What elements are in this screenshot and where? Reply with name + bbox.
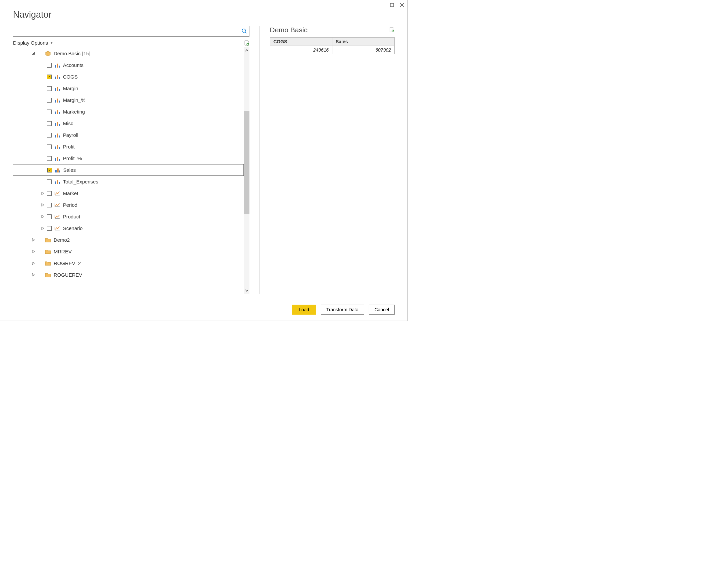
caret-right-icon[interactable] xyxy=(41,192,44,195)
folder-icon xyxy=(45,260,51,266)
checkbox[interactable] xyxy=(47,110,52,114)
checkbox[interactable] xyxy=(47,156,52,161)
caret-right-icon[interactable] xyxy=(32,273,35,276)
load-button[interactable]: Load xyxy=(292,305,316,315)
checkbox[interactable]: ✓ xyxy=(47,74,52,79)
tree-node-margin[interactable]: Margin xyxy=(13,83,244,94)
caret-right-icon[interactable] xyxy=(32,262,35,265)
measure-icon xyxy=(54,74,60,80)
scroll-thumb[interactable] xyxy=(244,111,250,214)
checkbox[interactable] xyxy=(47,86,52,91)
tree-view[interactable]: Demo.Basic [15]Accounts✓COGSMarginMargin… xyxy=(13,47,244,294)
search-icon[interactable] xyxy=(241,28,247,35)
checkbox[interactable] xyxy=(47,179,52,184)
caret-down-icon[interactable] xyxy=(32,52,35,55)
tree-node-profit-[interactable]: Profit_% xyxy=(13,153,244,164)
tree-node-margin-[interactable]: Margin_% xyxy=(13,94,244,106)
svg-rect-15 xyxy=(57,99,58,103)
checkbox[interactable] xyxy=(47,214,52,219)
tree-node-label: Demo.Basic [15] xyxy=(54,51,243,56)
tree-node-cogs[interactable]: ✓COGS xyxy=(13,71,244,83)
svg-rect-6 xyxy=(57,64,58,67)
tree-node-roguerev[interactable]: ROGUEREV xyxy=(13,269,244,281)
tree-node-marketing[interactable]: Marketing xyxy=(13,106,244,117)
tree-node-accounts[interactable]: Accounts xyxy=(13,59,244,71)
svg-rect-19 xyxy=(59,112,60,114)
checkbox[interactable] xyxy=(47,63,52,67)
table-cell: 607902 xyxy=(332,46,395,54)
tree-node-rogrev-2[interactable]: ROGREV_2 xyxy=(13,257,244,269)
folder-icon xyxy=(45,272,51,278)
svg-rect-10 xyxy=(59,77,60,79)
tree-node-period[interactable]: Period xyxy=(13,199,244,211)
left-pane: Display Options ▼ Demo.Basic [15]Account… xyxy=(13,26,250,294)
preview-refresh-icon[interactable] xyxy=(389,27,395,33)
close-button[interactable] xyxy=(399,2,405,8)
column-header[interactable]: COGS xyxy=(270,38,332,46)
tree-node-demo-basic[interactable]: Demo.Basic [15] xyxy=(13,48,244,59)
dim-icon xyxy=(54,202,60,208)
svg-rect-29 xyxy=(55,158,56,161)
tree-node-label: Profit_% xyxy=(63,155,243,161)
tree-node-label: ROGUEREV xyxy=(54,272,243,278)
measure-icon xyxy=(54,179,60,185)
tree-node-label: Margin xyxy=(63,86,243,91)
svg-rect-8 xyxy=(55,76,56,79)
tree-node-total-expenses[interactable]: Total_Expenses xyxy=(13,176,244,188)
dim-icon xyxy=(54,191,60,197)
table-row: 249616607902 xyxy=(270,46,395,54)
checkbox[interactable] xyxy=(47,145,52,149)
svg-rect-30 xyxy=(57,157,58,161)
tree-node-profit[interactable]: Profit xyxy=(13,141,244,153)
maximize-button[interactable] xyxy=(388,2,395,8)
transform-data-button[interactable]: Transform Data xyxy=(321,305,364,315)
tree-node-label: MRREV xyxy=(54,249,243,254)
svg-rect-33 xyxy=(57,168,59,172)
tree-node-sales[interactable]: ✓Sales xyxy=(13,164,244,176)
refresh-icon[interactable] xyxy=(244,40,250,46)
svg-rect-7 xyxy=(59,66,60,67)
caret-right-icon[interactable] xyxy=(41,227,44,230)
preview-title: Demo Basic xyxy=(270,26,307,34)
tree-node-misc[interactable]: Misc xyxy=(13,117,244,129)
svg-line-2 xyxy=(245,32,247,33)
tree-node-label: Product xyxy=(63,214,243,219)
scroll-up-button[interactable] xyxy=(244,47,250,54)
caret-right-icon[interactable] xyxy=(32,250,35,253)
scroll-track[interactable] xyxy=(244,54,250,286)
tree-node-payroll[interactable]: Payroll xyxy=(13,129,244,141)
tree-node-label: Scenario xyxy=(63,225,243,231)
tree-node-market[interactable]: Market xyxy=(13,188,244,199)
checkbox[interactable] xyxy=(47,226,52,231)
tree-node-mrrev[interactable]: MRREV xyxy=(13,246,244,257)
right-pane: Demo Basic COGSSales249616607902 xyxy=(270,26,395,294)
measure-icon xyxy=(54,62,60,68)
checkbox[interactable]: ✓ xyxy=(47,168,52,172)
svg-rect-27 xyxy=(57,145,58,149)
checkbox[interactable] xyxy=(47,133,52,138)
svg-rect-36 xyxy=(57,180,58,184)
tree-node-scenario[interactable]: Scenario xyxy=(13,222,244,234)
svg-rect-37 xyxy=(59,182,60,184)
display-options-dropdown[interactable]: Display Options ▼ xyxy=(13,40,53,46)
caret-right-icon[interactable] xyxy=(41,215,44,218)
measure-icon xyxy=(54,144,60,150)
tree-node-demo2[interactable]: Demo2 xyxy=(13,234,244,246)
scroll-down-button[interactable] xyxy=(244,286,250,294)
tree-node-product[interactable]: Product xyxy=(13,211,244,222)
checkbox[interactable] xyxy=(47,98,52,103)
svg-rect-32 xyxy=(55,170,57,172)
search-box[interactable] xyxy=(13,26,250,37)
caret-right-icon[interactable] xyxy=(41,203,44,206)
checkbox[interactable] xyxy=(47,191,52,196)
svg-rect-11 xyxy=(55,88,56,91)
caret-right-icon[interactable] xyxy=(32,239,35,242)
cancel-button[interactable]: Cancel xyxy=(369,305,395,315)
measure-icon xyxy=(54,86,60,92)
checkbox[interactable] xyxy=(47,203,52,207)
tree-node-label: Total_Expenses xyxy=(63,179,243,185)
scrollbar[interactable] xyxy=(244,47,250,294)
checkbox[interactable] xyxy=(47,121,52,126)
column-header[interactable]: Sales xyxy=(332,38,395,46)
search-input[interactable] xyxy=(16,28,241,34)
